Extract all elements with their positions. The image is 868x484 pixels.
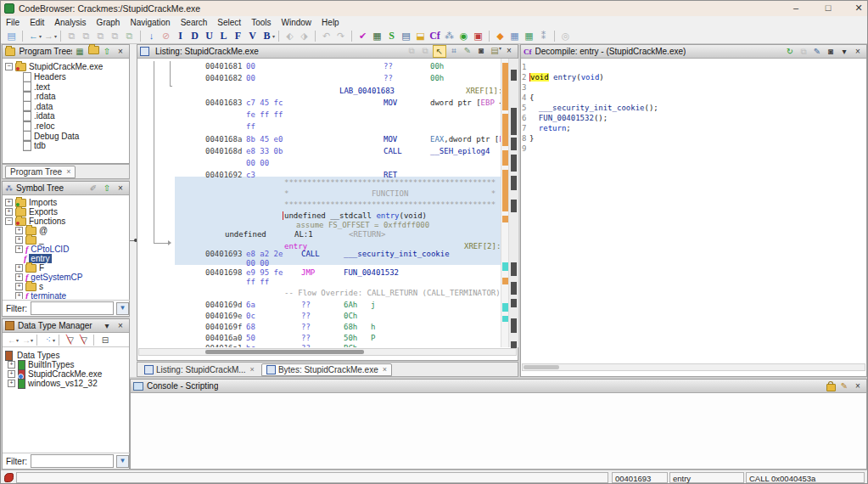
script-manager-icon[interactable]: S [385,30,398,42]
validate-icon[interactable]: ✔ [356,30,369,42]
listing-row[interactable]: 0040169e0c??0Ch [175,312,501,322]
expander-icon[interactable]: + [15,273,23,281]
marker[interactable] [511,176,517,190]
decompile-line[interactable]: 2void entry(void) [522,73,865,83]
symbol-getSystemCP[interactable]: +fgetSystemCP [15,273,82,282]
expander-icon[interactable]: + [15,283,23,290]
decompile-line[interactable]: 7 return; [522,124,865,134]
tree-item-reloc[interactable]: .reloc [23,121,54,131]
clear-icon[interactable]: ✎ [838,380,850,391]
call-tree-icon[interactable]: ⁂ [443,30,456,42]
symbol-Imports[interactable]: +Imports [5,198,57,207]
symbol-Exports[interactable]: +Exports [5,207,58,217]
marker[interactable] [511,200,517,212]
letter-f-icon[interactable]: F [232,30,244,42]
marker[interactable] [511,282,517,295]
tree-table-icon[interactable]: ▦ [74,46,86,57]
hierarchy-icon[interactable]: ⁑ [537,30,550,42]
undo-icon[interactable]: ↶ [320,30,333,42]
tree-item-tdb[interactable]: tdb [23,141,46,150]
listing-row[interactable]: ff ff [175,278,501,288]
letter-b-icon[interactable]: B [260,30,273,42]
expander-icon[interactable]: + [15,227,23,234]
symbol-_[interactable]: +_ [15,235,44,245]
forward-arrow-icon[interactable]: → [42,30,55,42]
conflict-mode-icon-dropdown[interactable]: ▾ [53,337,55,343]
menu-tools[interactable]: Tools [246,18,276,27]
marker[interactable] [502,150,508,166]
diff-icon[interactable]: ✎ [462,45,473,56]
circles-icon[interactable]: ◎ [559,30,572,42]
listing-row[interactable]: 0040169f68??68hh [175,323,501,333]
data-window-icon[interactable]: ▤ [400,30,412,42]
paste-icon[interactable]: ⧉ [80,30,92,42]
menu-select[interactable]: Select [212,18,246,27]
menu-help[interactable]: Help [316,18,344,27]
listing-row[interactable]: LAB_00401683XREF[1]: [175,87,501,97]
register-lock-icon[interactable]: ⬓ [414,30,427,42]
listing-row[interactable]: -- Flow Override: CALL_RETURN (CALL_TERM… [175,289,501,299]
symbol-tree-filter-input[interactable] [31,301,114,315]
symbol-s[interactable]: +s [15,282,43,291]
tab-bytes[interactable]: Bytes: StupidCrackMe.exe× [261,363,392,376]
forward-icon-dropdown[interactable]: ▾ [31,337,33,343]
listing-row[interactable]: fe ff ff [175,110,501,121]
filter-arrays-icon[interactable]: ▽ [64,335,76,346]
expander-icon[interactable]: + [8,380,15,387]
navigate-down-icon[interactable]: ↓ [145,30,158,42]
letter-l-icon[interactable]: L [217,30,230,42]
letter-d-icon[interactable]: D [188,30,201,42]
copy-icon[interactable]: ⧉ [798,46,809,57]
expander-icon[interactable]: + [8,370,15,378]
decompile-line[interactable]: 3 [522,83,865,93]
marker[interactable] [511,70,517,81]
listing-row[interactable]: 00 00 [175,159,501,169]
paste-icon[interactable]: ⧉ [109,30,121,42]
marker[interactable] [502,63,508,110]
marker[interactable] [502,216,508,222]
close-button[interactable]: ✕ [846,1,868,15]
symbol-terminate[interactable]: +fterminate [15,291,66,299]
listing-row[interactable]: 004016a050??50hP [175,334,501,344]
listing-row[interactable]: 0040168de8 33 0bCALL__SEH_epilog4 [175,147,501,157]
symbol-F[interactable]: +F [15,263,44,273]
expander-icon[interactable]: + [15,292,23,299]
dropdown-icon[interactable]: ▾ [101,320,113,331]
filter-options-icon[interactable]: ▼ [116,455,129,468]
console-output[interactable] [131,393,866,469]
close-icon[interactable]: × [503,45,515,56]
refresh-icon[interactable]: ↻ [784,46,796,57]
close-icon[interactable]: × [115,183,126,194]
menu-file[interactable]: File [1,18,25,27]
tab-listing[interactable]: Listing: StupidCrackM...× [140,364,259,375]
tree-item-text[interactable]: .text [23,82,50,92]
cursor-location-icon[interactable]: ↖ [433,45,446,58]
expander-icon[interactable]: + [15,264,23,272]
listing-content[interactable]: 0040168100??00h0040168200??00hLAB_004016… [175,59,501,347]
snapshot-icon[interactable]: ◙ [825,46,837,57]
paste-icon[interactable]: ⧉ [94,30,107,42]
listing-row[interactable]: ff [175,122,501,132]
tree-item-DebugData[interactable]: Debug Data [23,132,79,141]
letter-b-icon-dropdown[interactable]: ▾ [272,33,275,39]
edit-icon[interactable]: ✎ [811,46,823,57]
open-folder-icon[interactable] [87,46,99,57]
tree-item-data[interactable]: .data [23,102,53,111]
in-function-icon[interactable]: ⬖ [283,30,296,42]
run-icon[interactable]: ◉ [457,30,470,42]
expander-icon[interactable]: − [5,217,13,225]
back-arrow-icon-dropdown[interactable]: ▾ [39,33,42,39]
decompiler-icon[interactable]: Cf [428,30,441,42]
dropdown-icon[interactable]: ▾ [838,46,850,57]
listing-row[interactable]: ****************************************… [175,200,501,211]
tab-close-icon[interactable]: × [383,365,387,374]
expander-icon[interactable]: + [5,199,13,206]
listing-row[interactable]: 0040168100??00h [175,62,501,72]
listing-row[interactable]: 004016a1bc??BCh [175,344,501,347]
listing-row[interactable]: 0040168a8b 45 e0MOVEAX,dword ptr [EBP + … [175,135,501,145]
menu-edit[interactable]: Edit [25,18,49,27]
marker[interactable] [502,114,508,146]
close-icon[interactable]: × [115,46,126,57]
memory-map-icon[interactable]: ▦ [371,30,384,42]
redo-icon[interactable]: ↷ [334,30,347,42]
